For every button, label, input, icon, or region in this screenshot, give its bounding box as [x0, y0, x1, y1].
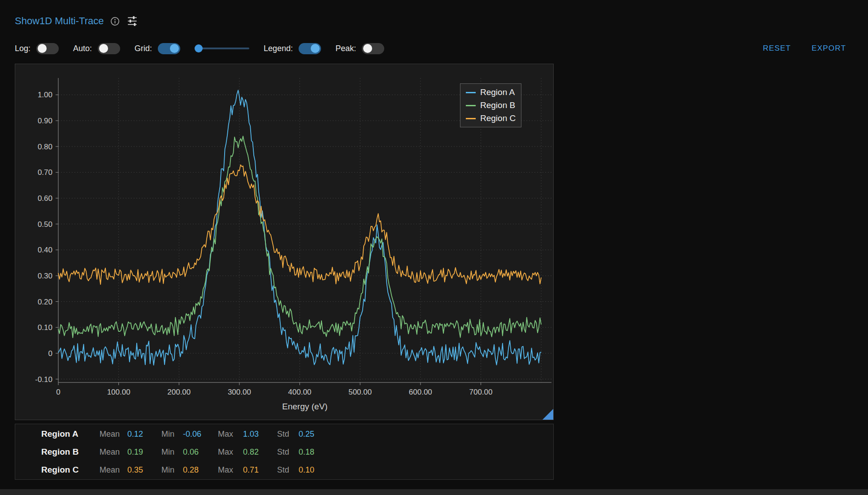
toggle-knob: [99, 44, 108, 53]
stats-row: Region AMean0.12Min-0.06Max1.03Std0.25: [22, 425, 553, 443]
toggle-auto[interactable]: [98, 43, 120, 54]
svg-text:700.00: 700.00: [469, 388, 492, 396]
svg-text:300.00: 300.00: [228, 388, 251, 396]
export-button[interactable]: EXPORT: [812, 44, 846, 53]
slider-track: [195, 48, 249, 49]
slider-smoothing[interactable]: [195, 44, 249, 53]
stats-value-mean: 0.19: [127, 447, 161, 457]
stats-value-std: 0.10: [299, 465, 330, 475]
svg-text:1.00: 1.00: [38, 91, 52, 99]
stats-value-max: 0.82: [243, 447, 277, 457]
resize-handle[interactable]: [542, 409, 553, 420]
svg-text:Energy (eV): Energy (eV): [282, 402, 327, 411]
svg-text:0.30: 0.30: [38, 272, 52, 280]
stats-region-name: Region A: [41, 429, 100, 439]
stats-label-min: Min: [161, 447, 183, 457]
toggle-label-peak: Peak:: [335, 44, 356, 53]
legend-label: Region C: [480, 113, 516, 123]
stats-label-mean: Mean: [100, 430, 127, 439]
legend-swatch: [466, 105, 476, 106]
stats-value-std: 0.18: [299, 447, 330, 457]
svg-text:0.70: 0.70: [38, 168, 52, 177]
stats-value-mean: 0.12: [127, 430, 161, 439]
info-icon[interactable]: [110, 17, 120, 26]
stats-label-std: Std: [277, 430, 299, 439]
legend-label: Region B: [480, 100, 515, 110]
toggle-grid[interactable]: [158, 43, 180, 54]
header: Show1D Multi-Trace: [15, 15, 138, 27]
svg-text:0.20: 0.20: [38, 298, 52, 306]
svg-text:600.00: 600.00: [409, 388, 432, 396]
toolbar-controls: Log:Auto:Grid:Legend:Peak:: [15, 43, 399, 54]
stats-value-mean: 0.35: [127, 465, 161, 475]
legend-swatch: [466, 118, 476, 119]
stats-value-max: 0.71: [243, 465, 277, 475]
stats-label-mean: Mean: [100, 465, 127, 475]
toggle-legend[interactable]: [299, 43, 321, 54]
toggle-knob: [363, 44, 372, 53]
stats-label-mean: Mean: [100, 447, 127, 457]
svg-text:0.40: 0.40: [38, 246, 52, 254]
svg-text:200.00: 200.00: [167, 388, 191, 396]
legend-item[interactable]: Region B: [466, 100, 516, 110]
stats-value-min: 0.28: [183, 465, 218, 475]
reset-button[interactable]: RESET: [763, 44, 791, 53]
legend-swatch: [466, 92, 476, 93]
svg-text:-0.10: -0.10: [35, 375, 52, 384]
toggle-log[interactable]: [36, 43, 59, 54]
toggle-knob: [311, 44, 320, 53]
toggle-label-auto: Auto:: [73, 44, 92, 53]
legend-item[interactable]: Region A: [466, 87, 516, 97]
stats-label-max: Max: [218, 447, 243, 457]
stats-value-max: 1.03: [243, 430, 277, 439]
stats-label-std: Std: [277, 447, 299, 457]
svg-text:0.50: 0.50: [38, 220, 52, 229]
stats-value-std: 0.25: [299, 430, 330, 439]
chart-panel: 0100.00200.00300.00400.00500.00600.00700…: [15, 64, 554, 420]
slider-thumb[interactable]: [195, 44, 203, 52]
stats-value-min: -0.06: [183, 430, 218, 439]
toolbar-actions: RESET EXPORT: [763, 44, 846, 53]
legend-label: Region A: [480, 87, 515, 97]
stats-label-max: Max: [218, 465, 243, 475]
stats-label-std: Std: [277, 465, 299, 475]
svg-text:400.00: 400.00: [288, 388, 312, 396]
toggle-peak[interactable]: [362, 43, 384, 54]
page-title: Show1D Multi-Trace: [15, 15, 104, 27]
toolbar: Log:Auto:Grid:Legend:Peak: RESET EXPORT: [15, 40, 846, 56]
svg-text:100.00: 100.00: [107, 388, 130, 396]
svg-text:0.80: 0.80: [38, 143, 52, 151]
toggle-knob: [38, 44, 47, 53]
svg-text:0.90: 0.90: [38, 117, 52, 125]
chart-legend: Region ARegion BRegion C: [460, 83, 521, 127]
toggle-knob: [170, 44, 179, 53]
svg-text:0: 0: [56, 388, 60, 396]
stats-panel: Region AMean0.12Min-0.06Max1.03Std0.25Re…: [15, 424, 554, 480]
svg-text:0.60: 0.60: [38, 194, 52, 203]
stats-label-min: Min: [161, 465, 183, 475]
stats-region-name: Region B: [41, 447, 100, 457]
svg-text:500.00: 500.00: [348, 388, 372, 396]
legend-item[interactable]: Region C: [466, 113, 516, 123]
toggle-label-log: Log:: [15, 44, 30, 53]
stats-label-min: Min: [161, 430, 183, 439]
stats-row: Region BMean0.19Min0.06Max0.82Std0.18: [22, 443, 553, 461]
svg-text:0: 0: [48, 349, 52, 358]
stats-value-min: 0.06: [183, 447, 218, 457]
bottom-bar: [0, 489, 868, 495]
tune-icon[interactable]: [126, 15, 138, 27]
stats-region-name: Region C: [41, 465, 100, 475]
stats-label-max: Max: [218, 430, 243, 439]
stats-row: Region CMean0.35Min0.28Max0.71Std0.10: [22, 461, 553, 479]
toggle-label-grid: Grid:: [135, 44, 152, 53]
svg-text:0.10: 0.10: [38, 323, 52, 332]
toggle-label-legend: Legend:: [264, 44, 293, 53]
